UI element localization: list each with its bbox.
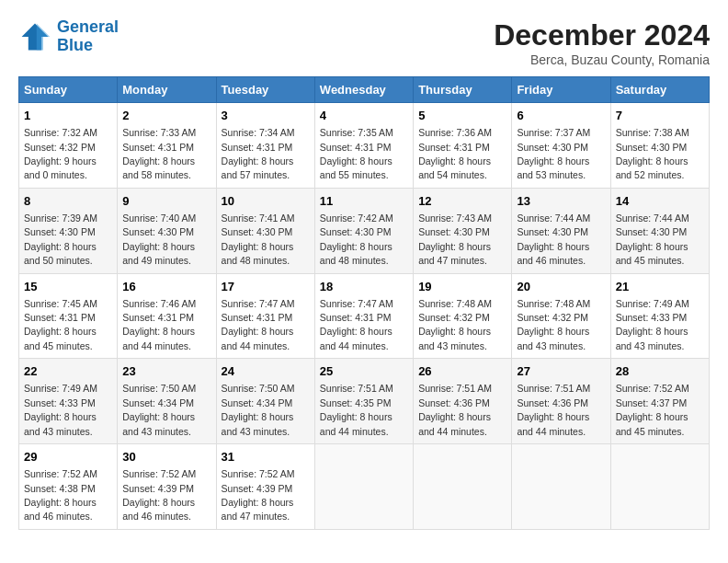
calendar-cell: 9Sunrise: 7:40 AMSunset: 4:30 PMDaylight… <box>118 188 216 273</box>
calendar-cell: 2Sunrise: 7:33 AMSunset: 4:31 PMDaylight… <box>118 103 216 189</box>
sunrise-text: Sunrise: 7:36 AMSunset: 4:31 PMDaylight:… <box>418 127 492 180</box>
calendar-cell: 30Sunrise: 7:52 AMSunset: 4:39 PMDayligh… <box>118 444 216 530</box>
sunrise-text: Sunrise: 7:50 AMSunset: 4:34 PMDaylight:… <box>122 383 196 436</box>
calendar-cell: 11Sunrise: 7:42 AMSunset: 4:30 PMDayligh… <box>314 188 413 273</box>
sunrise-text: Sunrise: 7:52 AMSunset: 4:39 PMDaylight:… <box>222 468 295 522</box>
logo-general: General <box>57 17 119 36</box>
sunrise-text: Sunrise: 7:50 AMSunset: 4:34 PMDaylight:… <box>222 383 295 436</box>
sunrise-text: Sunrise: 7:51 AMSunset: 4:36 PMDaylight:… <box>517 383 590 436</box>
sunrise-text: Sunrise: 7:48 AMSunset: 4:32 PMDaylight:… <box>517 298 590 351</box>
day-number: 1 <box>24 108 112 124</box>
calendar-cell: 29Sunrise: 7:52 AMSunset: 4:38 PMDayligh… <box>19 444 118 530</box>
sunrise-text: Sunrise: 7:37 AMSunset: 4:30 PMDaylight:… <box>517 127 590 180</box>
sunrise-text: Sunrise: 7:35 AMSunset: 4:31 PMDaylight:… <box>320 127 393 180</box>
sunrise-text: Sunrise: 7:51 AMSunset: 4:36 PMDaylight:… <box>418 383 492 436</box>
title-section: December 2024 Berca, Buzau County, Roman… <box>494 18 710 67</box>
sunrise-text: Sunrise: 7:48 AMSunset: 4:32 PMDaylight:… <box>418 298 492 351</box>
calendar-cell: 26Sunrise: 7:51 AMSunset: 4:36 PMDayligh… <box>414 359 512 444</box>
calendar-cell: 24Sunrise: 7:50 AMSunset: 4:34 PMDayligh… <box>216 359 314 444</box>
column-header-monday: Monday <box>118 77 216 103</box>
sunrise-text: Sunrise: 7:34 AMSunset: 4:31 PMDaylight:… <box>222 127 295 180</box>
sunrise-text: Sunrise: 7:52 AMSunset: 4:38 PMDaylight:… <box>24 468 97 522</box>
sunrise-text: Sunrise: 7:38 AMSunset: 4:30 PMDaylight:… <box>616 127 689 180</box>
day-number: 20 <box>517 279 605 295</box>
sunrise-text: Sunrise: 7:49 AMSunset: 4:33 PMDaylight:… <box>24 383 97 436</box>
calendar-cell: 15Sunrise: 7:45 AMSunset: 4:31 PMDayligh… <box>19 273 118 359</box>
sunrise-text: Sunrise: 7:41 AMSunset: 4:30 PMDaylight:… <box>222 213 295 266</box>
calendar-cell <box>314 444 413 530</box>
calendar-cell <box>512 444 610 530</box>
day-number: 5 <box>418 108 506 124</box>
day-number: 22 <box>24 363 112 380</box>
calendar-table: SundayMondayTuesdayWednesdayThursdayFrid… <box>18 76 710 530</box>
day-number: 25 <box>320 363 408 380</box>
calendar-cell: 8Sunrise: 7:39 AMSunset: 4:30 PMDaylight… <box>19 188 118 273</box>
page-subtitle: Berca, Buzau County, Romania <box>494 52 710 67</box>
day-number: 10 <box>222 193 310 210</box>
calendar-week-3: 15Sunrise: 7:45 AMSunset: 4:31 PMDayligh… <box>19 273 710 359</box>
calendar-cell: 10Sunrise: 7:41 AMSunset: 4:30 PMDayligh… <box>216 188 314 273</box>
day-number: 23 <box>122 363 210 380</box>
day-number: 12 <box>418 193 506 210</box>
column-header-tuesday: Tuesday <box>216 77 314 103</box>
svg-marker-1 <box>37 23 50 50</box>
sunrise-text: Sunrise: 7:45 AMSunset: 4:31 PMDaylight:… <box>24 298 97 351</box>
day-number: 9 <box>122 193 210 210</box>
sunrise-text: Sunrise: 7:39 AMSunset: 4:30 PMDaylight:… <box>24 213 97 266</box>
calendar-cell: 21Sunrise: 7:49 AMSunset: 4:33 PMDayligh… <box>610 273 709 359</box>
logo-icon <box>18 20 51 53</box>
day-number: 15 <box>24 279 112 295</box>
day-number: 27 <box>517 363 605 380</box>
calendar-cell <box>414 444 512 530</box>
sunrise-text: Sunrise: 7:44 AMSunset: 4:30 PMDaylight:… <box>517 213 590 266</box>
column-header-saturday: Saturday <box>610 77 709 103</box>
day-number: 2 <box>122 108 210 124</box>
day-number: 30 <box>122 449 210 465</box>
day-number: 28 <box>616 363 704 380</box>
day-number: 8 <box>24 193 112 210</box>
sunrise-text: Sunrise: 7:32 AMSunset: 4:32 PMDaylight:… <box>24 127 97 180</box>
calendar-week-1: 1Sunrise: 7:32 AMSunset: 4:32 PMDaylight… <box>19 103 710 189</box>
calendar-cell: 1Sunrise: 7:32 AMSunset: 4:32 PMDaylight… <box>19 103 118 189</box>
logo: General Blue <box>18 18 119 55</box>
calendar-week-4: 22Sunrise: 7:49 AMSunset: 4:33 PMDayligh… <box>19 359 710 444</box>
day-number: 17 <box>222 279 310 295</box>
sunrise-text: Sunrise: 7:40 AMSunset: 4:30 PMDaylight:… <box>122 213 196 266</box>
calendar-cell: 22Sunrise: 7:49 AMSunset: 4:33 PMDayligh… <box>19 359 118 444</box>
calendar-cell: 19Sunrise: 7:48 AMSunset: 4:32 PMDayligh… <box>414 273 512 359</box>
calendar-cell: 14Sunrise: 7:44 AMSunset: 4:30 PMDayligh… <box>610 188 709 273</box>
calendar-cell: 28Sunrise: 7:52 AMSunset: 4:37 PMDayligh… <box>610 359 709 444</box>
page-title: December 2024 <box>494 18 710 52</box>
logo-blue-text: Blue <box>57 36 93 54</box>
calendar-cell: 25Sunrise: 7:51 AMSunset: 4:35 PMDayligh… <box>314 359 413 444</box>
day-number: 3 <box>222 108 310 124</box>
sunrise-text: Sunrise: 7:43 AMSunset: 4:30 PMDaylight:… <box>418 213 492 266</box>
header: General Blue December 2024 Berca, Buzau … <box>18 18 710 67</box>
sunrise-text: Sunrise: 7:52 AMSunset: 4:39 PMDaylight:… <box>122 468 196 522</box>
sunrise-text: Sunrise: 7:42 AMSunset: 4:30 PMDaylight:… <box>320 213 393 266</box>
calendar-cell: 6Sunrise: 7:37 AMSunset: 4:30 PMDaylight… <box>512 103 610 189</box>
column-header-wednesday: Wednesday <box>314 77 413 103</box>
day-number: 18 <box>320 279 408 295</box>
calendar-cell: 3Sunrise: 7:34 AMSunset: 4:31 PMDaylight… <box>216 103 314 189</box>
day-number: 21 <box>616 279 704 295</box>
calendar-cell: 7Sunrise: 7:38 AMSunset: 4:30 PMDaylight… <box>610 103 709 189</box>
day-number: 16 <box>122 279 210 295</box>
sunrise-text: Sunrise: 7:47 AMSunset: 4:31 PMDaylight:… <box>320 298 393 351</box>
day-number: 26 <box>418 363 506 380</box>
sunrise-text: Sunrise: 7:47 AMSunset: 4:31 PMDaylight:… <box>222 298 295 351</box>
day-number: 7 <box>616 108 704 124</box>
sunrise-text: Sunrise: 7:49 AMSunset: 4:33 PMDaylight:… <box>616 298 689 351</box>
sunrise-text: Sunrise: 7:52 AMSunset: 4:37 PMDaylight:… <box>616 383 689 436</box>
calendar-cell: 18Sunrise: 7:47 AMSunset: 4:31 PMDayligh… <box>314 273 413 359</box>
column-header-sunday: Sunday <box>19 77 118 103</box>
day-number: 14 <box>616 193 704 210</box>
calendar-cell: 16Sunrise: 7:46 AMSunset: 4:31 PMDayligh… <box>118 273 216 359</box>
calendar-cell: 23Sunrise: 7:50 AMSunset: 4:34 PMDayligh… <box>118 359 216 444</box>
sunrise-text: Sunrise: 7:46 AMSunset: 4:31 PMDaylight:… <box>122 298 196 351</box>
calendar-cell: 20Sunrise: 7:48 AMSunset: 4:32 PMDayligh… <box>512 273 610 359</box>
sunrise-text: Sunrise: 7:51 AMSunset: 4:35 PMDaylight:… <box>320 383 393 436</box>
day-number: 24 <box>222 363 310 380</box>
day-number: 29 <box>24 449 112 465</box>
calendar-header-row: SundayMondayTuesdayWednesdayThursdayFrid… <box>19 77 710 103</box>
